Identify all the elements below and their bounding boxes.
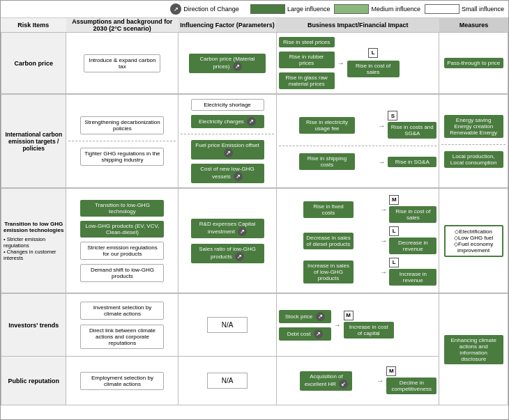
assume-ghg-shipping: Tighter GHG regulations in the shipping … (80, 148, 164, 166)
influence-public: N/A (178, 357, 276, 405)
na-public: N/A (207, 373, 248, 389)
arrow-sales: ↗ (235, 252, 244, 261)
na-investors: N/A (207, 317, 248, 333)
arrow-il: → (380, 268, 387, 276)
carbon-price-table: Carbon price Introduce & expand carbon t… (1, 32, 508, 94)
impact-increase-revenue: Increase in revenue (389, 269, 436, 286)
assume-carbon-box: Introduce & expand carbon tax (84, 54, 160, 72)
assume-investment-selection: Investment selection by climate actions (80, 302, 164, 320)
risk-investors: Investors' trends (1, 294, 66, 357)
measure-energy-saving: Energy saving Energy creation Renewable … (444, 115, 503, 138)
intl-carbon-table: International carbon emission targets / … (1, 94, 508, 188)
influence-intl: Electricity shortage Electricity charges… (178, 95, 276, 188)
impact-public: Acquisition of excellent HR ↙ → M Declin… (276, 357, 439, 405)
impact-rise-sga: Rise in SG&A (388, 157, 436, 167)
header-measures: Measures (439, 18, 508, 32)
risk-low-ghg: Transition to low GHG emission technolog… (1, 189, 66, 293)
header-risk: Risk Items (1, 18, 66, 32)
legend-small: Small influence (425, 4, 504, 14)
impact-debt-cost: Debt cost ↗ (279, 327, 331, 341)
assume-transition-tech: Transition to low-GHG technology (80, 200, 164, 217)
impact-glass: Rise in glass raw material prices (279, 72, 335, 89)
influence-electricity-charges: Electricity charges ↗ (191, 115, 264, 128)
legend-medium-box (334, 4, 369, 14)
impact-increase-lghg: Increase in sales of low-GHG products (303, 260, 354, 283)
badge-M-pub: M (386, 366, 396, 376)
assume-employment: Employment selection by climate actions (80, 372, 164, 390)
assume-demand-shift: Demand shift to low-GHG products (80, 264, 164, 282)
impact-rubber: Rise in rubber prices (279, 52, 335, 68)
badge-L1: L (389, 226, 399, 236)
influence-investors: N/A (178, 294, 276, 357)
measures-investors-public: Enhancing climate actions and informatio… (439, 294, 508, 405)
arrow2: → (378, 158, 385, 166)
header-assumptions: Assumptions and background for 2030 (2°C… (66, 18, 178, 32)
influence-electricity-shortage: Electricity shortage (191, 99, 264, 111)
influence-carbon-box: Carbon price (Material prices) ↗ (189, 54, 266, 73)
risk-public: Public reputation (1, 357, 66, 405)
main-container: ↗ Direction of Change Large influence Me… (0, 0, 509, 420)
legend-large-label: Large influence (287, 6, 331, 13)
impact-low-ghg: Rise in fixed costs → M Rise in cost of … (276, 189, 439, 293)
risk-intl-carbon: International carbon emission targets / … (1, 95, 66, 188)
header-table: Risk Items Assumptions and background fo… (1, 18, 508, 32)
measures-intl: Energy saving Energy creation Renewable … (439, 95, 508, 188)
arrow-inv: → (334, 321, 341, 329)
impact-decrease-diesel: Decrease in sales of diesel products (303, 233, 354, 249)
influence-carbon: Carbon price (Material prices) ↗ (178, 33, 276, 94)
badge-M-inv: M (344, 311, 354, 320)
risk-carbon-price: Carbon price (1, 33, 66, 94)
arrow-fc: → (380, 205, 387, 213)
measure-enhance-climate: Enhancing climate actions and informatio… (444, 335, 503, 364)
assume-investors: Investment selection by climate actions … (66, 294, 178, 357)
arrow-rd: ↗ (238, 227, 247, 236)
impact-cost-capital: Increase in cost of capital (344, 322, 394, 339)
impact-intl: Rise in electricity usage fee → S Rise i… (276, 95, 439, 188)
badge-M-ghg: M (389, 195, 399, 205)
impact-cost-sales-ghg: Rise in cost of sales (389, 206, 436, 223)
legend-large-box (250, 4, 285, 14)
legend-medium-label: Medium influence (371, 6, 420, 13)
impact-decline-competitiveness: Decline in competitiveness (386, 378, 436, 394)
measure-local-prod: Local production, Local consumption (444, 151, 503, 168)
low-ghg-table: Transition to low GHG emission technolog… (1, 188, 508, 293)
measures-carbon: Pass-through to price (439, 33, 508, 94)
direction-icon: ↗ (170, 3, 181, 15)
arrow-debt: ↗ (314, 329, 323, 339)
assume-direct-link: Direct link between climate actions and … (80, 325, 164, 349)
impact-carbon: Rise in steel prices Rise in rubber pric… (276, 33, 439, 94)
low-ghg-row: Transition to low GHG emission technolog… (1, 189, 508, 293)
impact-investors: Stock price ↗ Debt cost ↗ → M Increase i… (276, 294, 439, 357)
investors-row: Investors' trends Investment selection b… (1, 294, 508, 357)
impact-electricity-fee: Rise in electricity usage fee (299, 117, 355, 134)
public-reputation-row: Public reputation Employment selection b… (1, 357, 508, 405)
badge-S: S (388, 111, 397, 120)
influence-rd-expenses: R&D expenses Capital investment ↗ (191, 219, 264, 238)
direction-label: ↗ Direction of Change (170, 3, 239, 15)
influence-sales-ratio: Sales ratio of low-GHG products ↗ (191, 244, 264, 263)
arrow-fuel: ↗ (224, 148, 233, 157)
intl-carbon-row: International carbon emission targets / … (1, 95, 508, 188)
badge-L-carbon: L (368, 48, 378, 58)
up-arrow-icon: ↗ (233, 62, 242, 71)
header-influencing: Influencing Factor (Parameters) (178, 18, 276, 32)
assume-low-ghg: Transition to low-GHG technology Low-GHG… (66, 189, 178, 293)
assume-intl: Strengthening decarbonization policies T… (66, 95, 178, 188)
influence-new-vessels: Cost of new low-GHG vessels ↗ (191, 164, 264, 183)
impact-excellent-hr: Acquisition of excellent HR ↙ (300, 371, 352, 391)
assume-carbon: Introduce & expand carbon tax (66, 33, 178, 94)
legend-small-label: Small influence (462, 6, 504, 13)
arrow-elec: ↗ (247, 117, 256, 126)
impact-decrease-revenue: Decrease in revenue (389, 238, 436, 254)
measure-passthrough: Pass-through to price (444, 58, 503, 68)
legend-large: Large influence (250, 4, 331, 14)
assume-decarb: Strengthening decarbonization policies (80, 116, 164, 134)
arrow1: → (378, 122, 385, 130)
header-impact: Business Impact/Financial Impact (276, 18, 439, 32)
impact-steel: Rise in steel prices (279, 37, 335, 47)
impact-costs-sga: Rise in costs and SG&A (388, 122, 436, 139)
badge-L2: L (389, 258, 399, 267)
impact-cost-sales-carbon: Rise in cost of sales (347, 61, 400, 77)
measure-electrification: ◇Electrification◇Low GHG fuel◇Fuel econo… (444, 225, 503, 257)
assume-stricter-emissions: Stricter emission regulations for our pr… (80, 242, 164, 260)
